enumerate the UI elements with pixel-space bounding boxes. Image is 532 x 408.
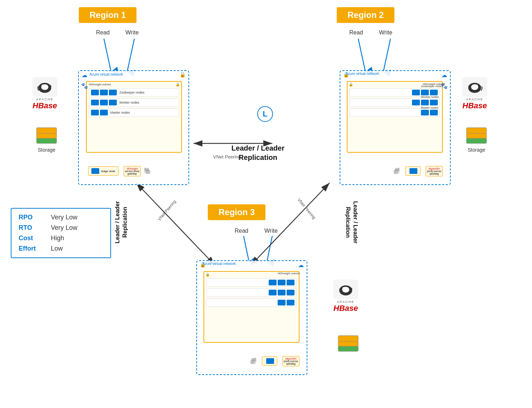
storage-label-r2: Storage [466,147,487,153]
region3-edge-row [262,356,277,366]
hbase-orca-r2 [462,77,487,97]
region3-worker-row [206,288,297,297]
legend-rto-row: RTO Very Low [19,224,103,232]
region3-zk-icon2 [278,280,286,285]
hbase-apache-r3: APACHE [333,300,358,304]
storage-stack-svg-r3 [337,333,359,352]
region2-hadoop-icon: 🐘 [392,167,400,175]
region1-read-label: Read [96,29,110,36]
region2-wk-icon3 [412,100,420,105]
hbase-logo-region2: APACHE HBase [462,77,487,110]
hbase-apache-r2: APACHE [462,98,487,101]
region1-ms-icon2 [100,110,108,115]
region3-ms-icon2 [278,300,286,305]
svg-point-27 [342,287,345,289]
svg-line-4 [104,39,111,72]
hbase-orca-r1 [32,77,57,97]
region2-gateway: HDInsight service [free] gateway [426,166,443,176]
svg-rect-30 [338,336,358,341]
region2-cloud-icon: ☁ [441,72,447,79]
center-vnet-label: VNet Peering [213,154,241,160]
region1-wk-icon1 [91,100,99,105]
region3-wk-icon3 [269,290,277,295]
region2-edge-area: HDInsight service [free] gateway 🐘 [392,165,443,177]
legend-effort-row: Effort Low [19,245,103,252]
hbase-name-r1: HBase [32,101,57,110]
legend-rpo-value: Very Low [51,214,77,221]
region3-wk-icon2 [278,290,286,295]
svg-point-15 [42,85,44,87]
region1-edge-label: Edge node [101,170,115,173]
svg-line-7 [383,39,390,72]
region3-edge-area: HDInsight service [free] gateway 🐘 [249,355,299,367]
storage-stack-svg-r2 [466,125,487,144]
region3-cluster: ☁ 🔒 🔒 HDInsight service [free] gateway 🐘 [196,260,307,375]
region1-zk-icon3 [109,90,117,95]
storage-region3 [337,333,359,354]
left-vnet-label: VNet Peering [157,199,177,222]
region2-wk-label: Worker nodes [421,95,439,99]
region1-edge-icon [91,168,99,174]
region1-subnet-lock: 🔒 [176,82,180,86]
region3-azure-label: Azure virtual network [202,262,236,266]
right-vnet-label: VNet Peering [296,197,317,220]
region2-wk-icon2 [421,100,429,105]
region1-write-label: Write [125,29,139,36]
region1-edge-area: Edge node HDInsight service [free] gatew… [86,165,152,177]
legend-cost-value: High [51,234,64,242]
region1-zk-label: Zookeeper nodes [119,91,144,94]
region2-subnet-lock: 🔒 [349,82,353,86]
region2-ms-label: Master nodes [421,106,438,109]
region3-subnet-lock: 🔒 [206,272,210,276]
region2-wk-icon1 [430,100,438,105]
region3-hdinsight-label: HDInsight subnet [278,272,299,275]
region2-zk-icon3 [412,90,420,95]
svg-line-12 [251,183,330,265]
legend-effort-value: Low [51,245,63,252]
region3-master-row [206,298,297,307]
region3-edge-icon [266,358,274,364]
svg-rect-24 [466,128,487,133]
storage-stack-svg-r1 [36,125,57,144]
region1-ms-icon1 [91,110,99,115]
region1-hadoop-icon: 🐘 [144,167,152,175]
region3-ms-icon1 [287,300,294,305]
region3-hadoop-icon: 🐘 [249,357,257,365]
storage-region2: Storage [466,125,487,153]
region1-azure-label: Azure virtual network [90,72,123,76]
left-replication-label: Leader / LeaderReplication [114,186,129,258]
region1-wk-icon3 [109,100,117,105]
region2-azure-label: Azure virtual network [346,72,379,76]
region2-zk-icon1 [430,90,438,95]
region1-gateway: HDInsight service [free] gateway [124,166,141,176]
region3-badge: Region 3 [208,204,265,220]
region1-wk-icon2 [100,100,108,105]
region2-read-label: Read [349,29,363,36]
region1-hdinsight-label: HDInsight subnet [89,83,111,86]
main-container: { "regions": { "region1": { "label": "Re… [0,0,532,408]
hbase-name-r2: HBase [462,101,487,110]
region3-write-label: Write [264,228,278,234]
region3-subnet: 🔒 [203,271,299,343]
hbase-logo-region1: APACHE HBase [32,77,57,110]
region3-read-label: Read [235,228,248,234]
legend-rpo-label: RPO [19,214,44,221]
svg-rect-18 [37,128,57,133]
svg-line-6 [358,39,365,72]
region2-ms-icon2 [421,110,429,115]
region3-cloud-icon: ☁ [298,262,304,269]
legend-rto-label: RTO [19,224,44,232]
region1-zookeeper-row: Zookeeper nodes [89,88,179,97]
region2-worker-row [350,98,440,107]
svg-line-5 [127,39,134,72]
region1-zk-icon2 [100,90,108,95]
region1-subnet: HDInsight subnet 🔒 Zookeeper nodes Worke… [86,81,182,153]
region1-zk-icon1 [91,90,99,95]
legend-rto-value: Very Low [51,224,77,232]
region1-wk-label: Worker nodes [119,101,139,104]
svg-line-9 [267,236,272,262]
svg-line-8 [244,236,249,262]
region1-ms-label: Master nodes [110,111,130,114]
region1-edge-row: Edge node [88,166,119,176]
region3-gateway: HDInsight service [free] gateway [282,356,299,366]
